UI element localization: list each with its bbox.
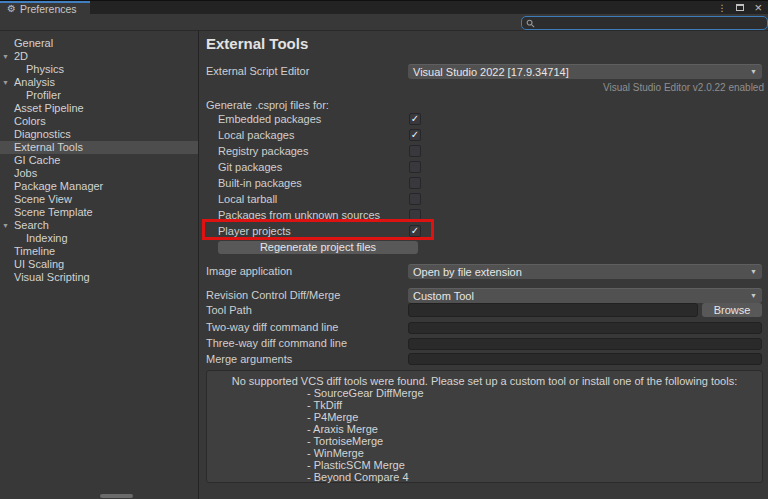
close-icon[interactable]: × <box>754 3 762 13</box>
sidebar-item-label: External Tools <box>14 141 83 153</box>
checkbox-unchecked[interactable] <box>409 209 421 221</box>
csproj-row-built-in-packages: Built-in packages <box>199 175 768 191</box>
tab-label: Preferences <box>20 3 77 15</box>
vcs-tool-item: - TkDiff <box>207 399 762 411</box>
foldout-triangle-icon[interactable]: ▼ <box>2 219 9 232</box>
csproj-row-embedded-packages: Embedded packages✓ <box>199 111 768 127</box>
checkbox-label: Player projects <box>218 224 291 238</box>
sidebar-item-label: Search <box>14 219 49 231</box>
image-application-dropdown[interactable]: Open by file extension ▼ <box>408 264 762 279</box>
sidebar-item-gi-cache[interactable]: GI Cache <box>0 154 198 167</box>
window-titlebar: ⚙ Preferences ⋮ × <box>0 0 768 14</box>
sidebar-item-asset-pipeline[interactable]: Asset Pipeline <box>0 102 198 115</box>
tool-path-input[interactable] <box>408 303 698 317</box>
sidebar-item-profiler[interactable]: Profiler <box>0 89 198 102</box>
chevron-down-icon: ▼ <box>750 289 757 303</box>
sidebar-item-label: Scene Template <box>14 206 93 218</box>
checkbox-label: Packages from unknown sources <box>218 208 380 222</box>
checkbox-checked[interactable]: ✓ <box>409 113 421 125</box>
sidebar-item-label: Asset Pipeline <box>14 102 84 114</box>
checkbox-label: Local tarball <box>218 192 277 206</box>
script-editor-label: External Script Editor <box>206 64 309 79</box>
search-icon <box>526 19 535 28</box>
sidebar-item-diagnostics[interactable]: Diagnostics <box>0 128 198 141</box>
csproj-checkbox-list: Embedded packages✓Local packages✓Registr… <box>199 111 768 239</box>
foldout-triangle-icon[interactable]: ▼ <box>2 50 9 63</box>
sidebar-list: General▼2DPhysics▼AnalysisProfilerAsset … <box>0 37 198 284</box>
sidebar-item-colors[interactable]: Colors <box>0 115 198 128</box>
revision-control-dropdown[interactable]: Custom Tool ▼ <box>408 288 762 303</box>
search-field[interactable] <box>521 16 768 30</box>
vcs-tool-item: - P4Merge <box>207 411 762 423</box>
chevron-down-icon: ▼ <box>750 265 757 279</box>
sidebar-item-analysis[interactable]: ▼Analysis <box>0 76 198 89</box>
sidebar-item-scene-view[interactable]: Scene View <box>0 193 198 206</box>
checkbox-label: Git packages <box>218 160 282 174</box>
sidebar-item-2d[interactable]: ▼2D <box>0 50 198 63</box>
maximize-icon[interactable] <box>736 4 744 11</box>
checkbox-label: Local packages <box>218 128 294 142</box>
search-input[interactable] <box>535 18 748 28</box>
vcs-help-intro: No supported VCS diff tools were found. … <box>207 375 762 387</box>
sidebar-item-label: Indexing <box>26 232 68 244</box>
sidebar-item-ui-scaling[interactable]: UI Scaling <box>0 258 198 271</box>
window-controls: ⋮ × <box>717 2 762 13</box>
tab-preferences[interactable]: ⚙ Preferences <box>0 1 90 14</box>
merge-arguments-input[interactable] <box>408 353 762 365</box>
sidebar-item-search[interactable]: ▼Search <box>0 219 198 232</box>
sidebar-item-general[interactable]: General <box>0 37 198 50</box>
checkbox-unchecked[interactable] <box>409 161 421 173</box>
vcs-help-box: No supported VCS diff tools were found. … <box>206 370 763 483</box>
csproj-row-local-tarball: Local tarball <box>199 191 768 207</box>
checkbox-unchecked[interactable] <box>409 145 421 157</box>
image-application-label: Image application <box>206 264 292 279</box>
vcs-tool-item: - TortoiseMerge <box>207 435 762 447</box>
script-editor-dropdown[interactable]: Visual Studio 2022 [17.9.34714] ▼ <box>408 64 762 79</box>
sidebar-item-label: Diagnostics <box>14 128 71 140</box>
sidebar-item-jobs[interactable]: Jobs <box>0 167 198 180</box>
csproj-row-local-packages: Local packages✓ <box>199 127 768 143</box>
vcs-tool-item: - PlasticSCM Merge <box>207 459 762 471</box>
checkbox-unchecked[interactable] <box>409 177 421 189</box>
sidebar-item-label: Jobs <box>14 167 37 179</box>
two-way-diff-input[interactable] <box>408 322 762 334</box>
sidebar-item-label: Analysis <box>14 76 55 88</box>
sidebar-item-timeline[interactable]: Timeline <box>0 245 198 258</box>
sidebar-item-indexing[interactable]: Indexing <box>0 232 198 245</box>
sidebar-item-physics[interactable]: Physics <box>0 63 198 76</box>
sidebar-item-label: Physics <box>26 63 64 75</box>
browse-button[interactable]: Browse <box>702 303 762 317</box>
checkbox-label: Registry packages <box>218 144 309 158</box>
sidebar-item-package-manager[interactable]: Package Manager <box>0 180 198 193</box>
chevron-down-icon: ▼ <box>750 65 757 79</box>
horizontal-scrollbar-thumb[interactable] <box>100 494 133 498</box>
sidebar-item-label: Timeline <box>14 245 55 257</box>
regenerate-project-files-button[interactable]: Regenerate project files <box>218 241 418 254</box>
sidebar-item-scene-template[interactable]: Scene Template <box>0 206 198 219</box>
foldout-triangle-icon[interactable]: ▼ <box>2 76 9 89</box>
sidebar-item-label: Profiler <box>26 89 61 101</box>
checkbox-checked[interactable]: ✓ <box>409 129 421 141</box>
sidebar: General▼2DPhysics▼AnalysisProfilerAsset … <box>0 31 199 499</box>
vcs-tool-item: - Araxis Merge <box>207 423 762 435</box>
sidebar-item-label: Scene View <box>14 193 72 205</box>
checkbox-checked[interactable]: ✓ <box>409 225 421 237</box>
csproj-row-player-projects: Player projects✓ <box>199 223 768 239</box>
checkbox-unchecked[interactable] <box>409 193 421 205</box>
three-way-diff-label: Three-way diff command line <box>206 336 347 351</box>
page-title: External Tools <box>206 35 308 52</box>
sidebar-item-label: GI Cache <box>14 154 60 166</box>
sidebar-item-visual-scripting[interactable]: Visual Scripting <box>0 271 198 284</box>
sidebar-item-external-tools[interactable]: External Tools <box>0 141 198 154</box>
main-panel: External Tools External Script Editor Vi… <box>199 31 768 499</box>
three-way-diff-input[interactable] <box>408 338 762 350</box>
vcs-tool-item: - SourceGear DiffMerge <box>207 387 762 399</box>
sidebar-item-label: 2D <box>14 50 28 62</box>
gear-icon: ⚙ <box>7 3 16 14</box>
menu-icon[interactable]: ⋮ <box>717 3 726 13</box>
sidebar-item-label: General <box>14 37 53 49</box>
editor-version-note: Visual Studio Editor v2.0.22 enabled <box>603 82 764 93</box>
csproj-row-packages-from-unknown-sources: Packages from unknown sources <box>199 207 768 223</box>
toolbar <box>0 14 768 31</box>
csproj-row-registry-packages: Registry packages <box>199 143 768 159</box>
